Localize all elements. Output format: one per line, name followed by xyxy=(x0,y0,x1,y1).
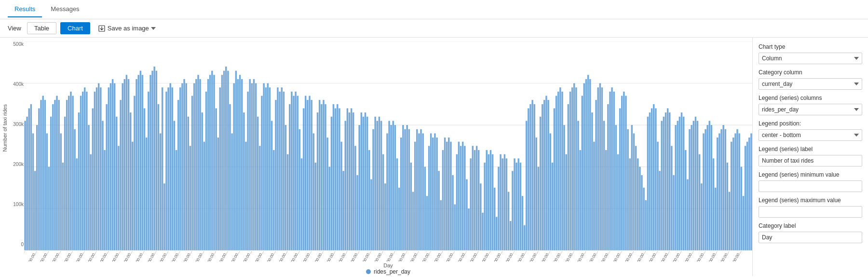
save-as-image-button[interactable]: Save as image xyxy=(98,25,156,32)
svg-rect-283 xyxy=(573,83,575,250)
svg-rect-72 xyxy=(153,67,155,250)
svg-rect-288 xyxy=(583,83,585,250)
legend-min-input[interactable] xyxy=(759,180,862,192)
tab-messages[interactable]: Messages xyxy=(44,1,86,17)
svg-rect-137 xyxy=(283,92,285,250)
svg-rect-273 xyxy=(554,108,555,250)
svg-rect-138 xyxy=(285,125,286,250)
svg-rect-8 xyxy=(26,117,27,250)
svg-rect-293 xyxy=(593,142,595,250)
svg-rect-219 xyxy=(446,142,448,250)
svg-rect-359 xyxy=(725,129,726,250)
svg-rect-161 xyxy=(331,117,332,250)
svg-rect-303 xyxy=(613,92,614,250)
svg-rect-204 xyxy=(416,129,418,250)
svg-rect-220 xyxy=(448,138,449,250)
svg-rect-369 xyxy=(745,146,746,250)
svg-rect-202 xyxy=(412,192,414,250)
svg-rect-366 xyxy=(738,133,740,250)
legend-columns-label: Legend (series) columns xyxy=(759,95,862,101)
svg-rect-344 xyxy=(695,117,696,250)
svg-rect-240 xyxy=(488,154,489,250)
svg-rect-123 xyxy=(255,83,257,250)
svg-rect-189 xyxy=(386,133,388,250)
svg-rect-234 xyxy=(476,146,477,250)
svg-rect-55 xyxy=(120,100,121,250)
svg-rect-17 xyxy=(44,100,46,250)
right-panel: Chart type Column Bar Line Area Scatter … xyxy=(752,38,868,276)
bar-chart: 2016-01-01T00:00...2016-01-07T00:00...20… xyxy=(24,42,752,262)
svg-rect-112 xyxy=(233,83,235,250)
svg-rect-341 xyxy=(689,129,690,250)
svg-rect-121 xyxy=(251,83,253,250)
svg-rect-333 xyxy=(673,175,674,250)
svg-rect-306 xyxy=(619,108,621,250)
svg-rect-79 xyxy=(167,87,169,250)
svg-rect-88 xyxy=(186,83,187,250)
svg-rect-120 xyxy=(249,79,250,250)
svg-rect-23 xyxy=(56,96,57,250)
svg-rect-54 xyxy=(118,146,119,250)
svg-rect-78 xyxy=(165,92,167,250)
svg-rect-229 xyxy=(466,180,467,250)
svg-rect-98 xyxy=(205,92,207,250)
table-button[interactable]: Table xyxy=(27,22,56,34)
svg-rect-10 xyxy=(30,104,32,250)
svg-rect-364 xyxy=(734,133,736,250)
svg-rect-334 xyxy=(675,125,676,250)
svg-rect-350 xyxy=(706,125,708,250)
x-axis-label: Day xyxy=(24,263,752,268)
svg-rect-194 xyxy=(396,158,398,250)
svg-rect-280 xyxy=(568,104,569,250)
svg-text:2016-01-07T00:00...: 2016-01-07T00:00... xyxy=(24,249,38,262)
svg-rect-342 xyxy=(691,125,692,250)
svg-rect-199 xyxy=(406,125,407,250)
category-label-input[interactable] xyxy=(759,232,862,243)
svg-rect-271 xyxy=(550,133,551,250)
svg-rect-142 xyxy=(293,96,294,250)
svg-rect-260 xyxy=(528,108,529,250)
chart-type-select[interactable]: Column Bar Line Area Scatter Pie xyxy=(759,53,862,64)
legend-columns-select[interactable]: rides_per_day xyxy=(759,104,862,115)
svg-rect-21 xyxy=(52,104,54,250)
svg-rect-291 xyxy=(589,79,591,250)
svg-rect-232 xyxy=(472,146,474,250)
svg-rect-254 xyxy=(515,163,517,250)
svg-rect-160 xyxy=(329,167,330,250)
svg-rect-18 xyxy=(46,133,48,250)
legend-position-group: Legend position: center - bottom center … xyxy=(759,120,862,141)
svg-rect-361 xyxy=(729,192,730,250)
svg-rect-319 xyxy=(645,200,647,250)
legend-series-label-input[interactable] xyxy=(759,155,862,166)
svg-rect-365 xyxy=(736,129,738,250)
svg-rect-150 xyxy=(309,96,310,250)
svg-rect-322 xyxy=(651,108,652,250)
svg-rect-231 xyxy=(470,158,471,250)
svg-rect-140 xyxy=(289,104,290,250)
svg-rect-207 xyxy=(422,133,423,250)
svg-rect-351 xyxy=(709,121,710,250)
legend-max-input[interactable] xyxy=(759,206,862,218)
legend-position-select[interactable]: center - bottom center - top left right xyxy=(759,129,862,141)
svg-rect-68 xyxy=(146,138,147,250)
svg-rect-175 xyxy=(358,125,360,250)
svg-rect-151 xyxy=(311,100,312,250)
svg-rect-284 xyxy=(575,87,577,250)
svg-rect-176 xyxy=(361,112,362,250)
svg-rect-346 xyxy=(699,154,700,250)
svg-rect-184 xyxy=(377,121,378,250)
svg-rect-24 xyxy=(58,100,59,250)
svg-rect-48 xyxy=(106,104,107,250)
svg-rect-264 xyxy=(536,138,537,250)
svg-rect-250 xyxy=(508,192,509,250)
svg-rect-226 xyxy=(460,146,461,250)
chart-button[interactable]: Chart xyxy=(60,22,90,34)
tab-results[interactable]: Results xyxy=(8,1,42,17)
y-tick-0: 0 xyxy=(21,242,24,247)
svg-rect-80 xyxy=(170,83,171,250)
category-column-select[interactable]: current_day xyxy=(759,78,862,90)
svg-rect-269 xyxy=(545,96,547,250)
svg-rect-131 xyxy=(271,121,272,250)
svg-rect-146 xyxy=(301,158,302,250)
svg-rect-203 xyxy=(414,142,416,250)
